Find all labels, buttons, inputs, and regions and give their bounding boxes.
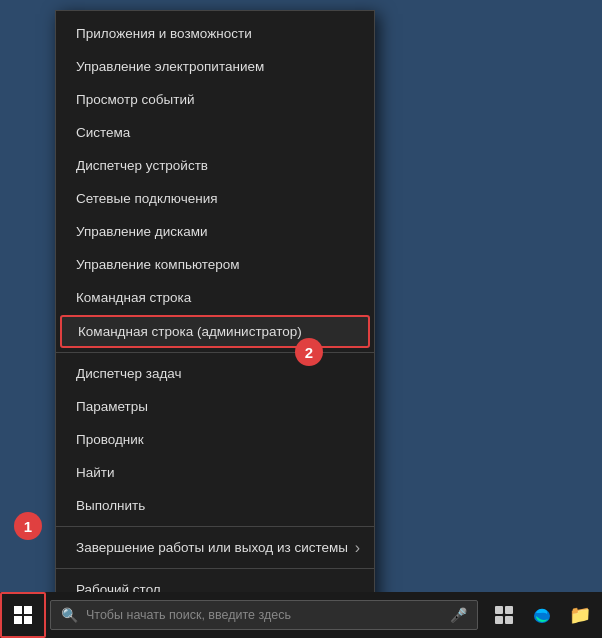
menu-item-cmd[interactable]: Командная строка: [56, 281, 374, 314]
menu-item-taskmgr[interactable]: Диспетчер задач: [56, 357, 374, 390]
menu-divider-3: [56, 568, 374, 569]
menu-item-apps[interactable]: Приложения и возможности: [56, 17, 374, 50]
svg-rect-2: [495, 616, 503, 624]
task-view-icon: [494, 605, 514, 625]
taskbar-search-box[interactable]: 🔍 Чтобы начать поиск, введите здесь 🎤: [50, 600, 478, 630]
menu-item-events[interactable]: Просмотр событий: [56, 83, 374, 116]
badge-1: 1: [14, 512, 42, 540]
menu-item-run[interactable]: Выполнить: [56, 489, 374, 522]
menu-item-shutdown[interactable]: Завершение работы или выход из системы: [56, 531, 374, 564]
menu-item-system[interactable]: Система: [56, 116, 374, 149]
menu-item-search[interactable]: Найти: [56, 456, 374, 489]
svg-rect-1: [505, 606, 513, 614]
menu-item-explorer[interactable]: Проводник: [56, 423, 374, 456]
menu-item-devmgr[interactable]: Диспетчер устройств: [56, 149, 374, 182]
svg-rect-0: [495, 606, 503, 614]
folder-icon: 📁: [569, 604, 591, 626]
menu-item-compmgmt[interactable]: Управление компьютером: [56, 248, 374, 281]
search-placeholder-text: Чтобы начать поиск, введите здесь: [86, 608, 291, 622]
start-button[interactable]: [0, 592, 46, 638]
microphone-icon: 🎤: [450, 607, 467, 623]
badge-2: 2: [295, 338, 323, 366]
search-icon: 🔍: [61, 607, 78, 623]
menu-divider-1: [56, 352, 374, 353]
task-view-button[interactable]: [486, 597, 522, 633]
file-explorer-button[interactable]: 📁: [562, 597, 598, 633]
desktop: Приложения и возможности Управление элек…: [0, 0, 602, 592]
menu-item-settings[interactable]: Параметры: [56, 390, 374, 423]
edge-icon: [532, 605, 552, 625]
menu-item-diskmgmt[interactable]: Управление дисками: [56, 215, 374, 248]
svg-rect-3: [505, 616, 513, 624]
menu-item-network[interactable]: Сетевые подключения: [56, 182, 374, 215]
taskbar-icons-group: 📁: [482, 597, 602, 633]
taskbar: 🔍 Чтобы начать поиск, введите здесь 🎤 📁: [0, 592, 602, 638]
edge-button[interactable]: [524, 597, 560, 633]
menu-item-cmd-admin[interactable]: Командная строка (администратор): [60, 315, 370, 348]
windows-logo-icon: [14, 606, 32, 624]
menu-item-power[interactable]: Управление электропитанием: [56, 50, 374, 83]
context-menu: Приложения и возможности Управление элек…: [55, 10, 375, 613]
menu-divider-2: [56, 526, 374, 527]
